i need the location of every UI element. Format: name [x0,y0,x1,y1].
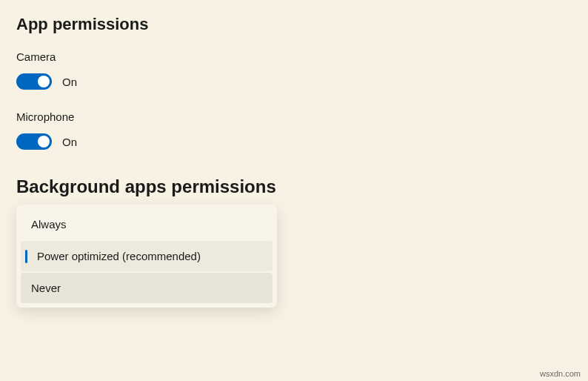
watermark: wsxdn.com [540,369,581,378]
background-apps-dropdown: Always Power optimized (recommended) Nev… [16,205,277,308]
background-apps-heading: Background apps permissions [16,176,572,197]
toggle-knob [38,136,50,148]
dropdown-option-never[interactable]: Never [21,273,273,303]
microphone-toggle-state: On [62,136,77,148]
app-permissions-heading: App permissions [16,15,572,34]
camera-toggle-state: On [62,76,77,88]
toggle-knob [38,76,50,87]
dropdown-option-power-optimized[interactable]: Power optimized (recommended) [21,241,273,271]
microphone-toggle[interactable] [16,133,52,150]
microphone-label: Microphone [16,110,572,123]
dropdown-option-always[interactable]: Always [21,209,273,239]
camera-permission: Camera On [16,50,572,90]
camera-label: Camera [16,50,572,63]
camera-toggle[interactable] [16,73,52,90]
microphone-permission: Microphone On [16,110,572,150]
